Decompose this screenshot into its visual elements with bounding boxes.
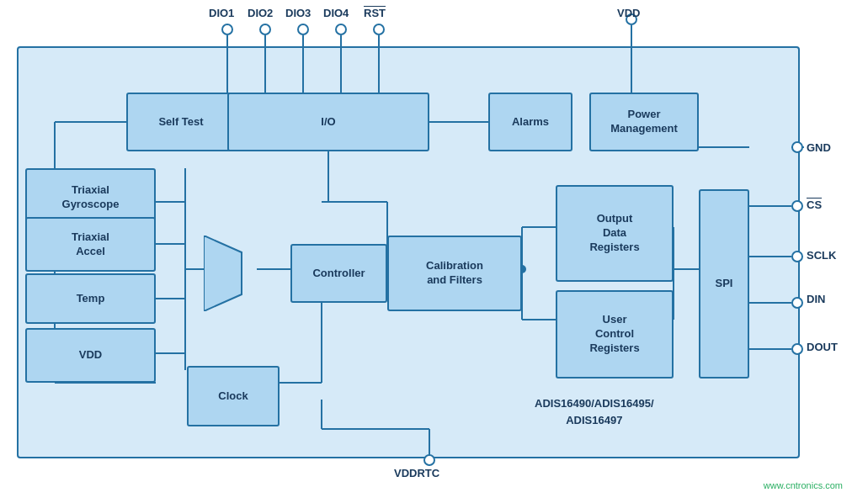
pin-vddrtc-circle [423, 454, 435, 466]
pin-gnd-label: GND [807, 141, 831, 154]
pin-sclk-circle [791, 251, 803, 262]
pin-rst-label: RST [364, 7, 386, 19]
part-numbers-label: ADIS16490/ADIS16495/ADIS16497 [535, 395, 654, 428]
spi-block: SPI [699, 189, 749, 379]
alarms-block: Alarms [488, 93, 572, 151]
output-data-registers-block: Output Data Registers [556, 185, 674, 282]
pin-dio2-circle [259, 24, 271, 35]
mux-block [204, 236, 258, 311]
pin-dio1-label: DIO1 [209, 7, 234, 19]
pin-vdd-label: VDD [617, 7, 640, 19]
pin-dout-circle [791, 343, 803, 355]
io-block: I/O [227, 93, 429, 151]
pin-gnd-circle [791, 141, 803, 153]
clock-block: Clock [187, 366, 280, 426]
pin-cs-label: CS [807, 199, 822, 211]
pin-dio1-circle [221, 24, 233, 35]
controller-block: Controller [290, 244, 387, 303]
pin-dio4-label: DIO4 [323, 7, 349, 19]
pin-din-circle [791, 297, 803, 309]
pin-din-label: DIN [807, 293, 825, 305]
pin-sclk-label: SCLK [807, 249, 836, 262]
pin-vddrtc-label: VDDRTC [394, 467, 439, 479]
vdd-sensor-block: VDD [25, 328, 156, 383]
pin-dio2-label: DIO2 [248, 7, 273, 19]
self-test-block: Self Test [126, 93, 236, 151]
pin-dio3-circle [297, 24, 309, 35]
power-management-block: Power Management [589, 93, 699, 151]
calibration-filters-block: Calibration and Filters [387, 236, 522, 311]
diagram-container: DIO1 DIO2 DIO3 DIO4 RST VDD GND CS SCLK … [0, 0, 868, 503]
watermark-label: www.cntronics.com [764, 480, 843, 490]
svg-marker-47 [204, 236, 242, 311]
triaxial-accel-block: Triaxial Accel [25, 217, 156, 272]
pin-dio3-label: DIO3 [285, 7, 311, 19]
pin-cs-circle [791, 200, 803, 212]
pin-rst-circle [373, 24, 385, 35]
pin-dio4-circle [335, 24, 347, 35]
temp-block: Temp [25, 273, 156, 324]
pin-dout-label: DOUT [807, 341, 838, 353]
user-control-registers-block: User Control Registers [556, 290, 674, 379]
